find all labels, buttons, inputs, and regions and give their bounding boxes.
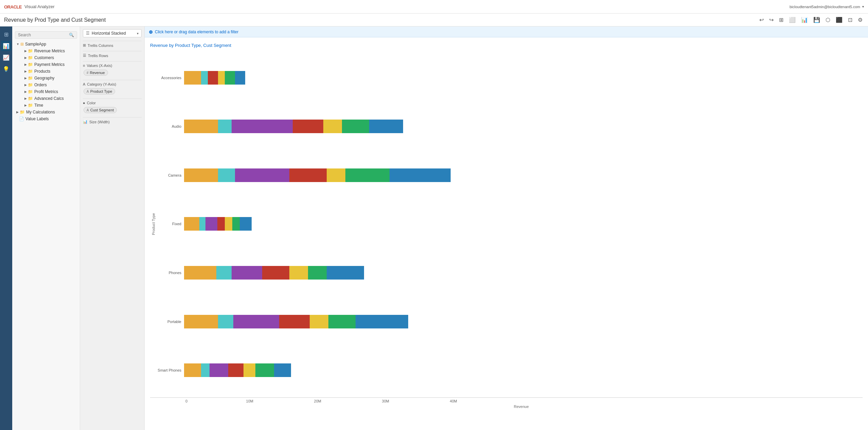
sidebar-item-revenue-metrics[interactable]: ▶ 📁 Revenue Metrics (20, 48, 80, 54)
grammar-section-values: ≡ Values (X-Axis) # Revenue (83, 61, 142, 76)
expand-icon-advanced: ▶ (24, 97, 27, 100)
oracle-logo: ORACLE (4, 4, 22, 10)
product-type-pill[interactable]: A Product Type (84, 88, 115, 94)
settings-button[interactable]: ⚙ (856, 16, 864, 24)
save-button[interactable]: 💾 (812, 16, 821, 24)
sidebar-item-products[interactable]: ▶ 📁 Products (20, 68, 80, 75)
folder-icon-time: 📁 (28, 103, 33, 108)
sidebar-label-geography: Geography (34, 76, 54, 80)
fullscreen-button[interactable]: ⊡ (847, 16, 854, 24)
main-body: ⊞ 📊 📈 💡 🔍 ▼ ⊞ SampleApp ▶ 📁 Revenue Metr… (0, 26, 868, 430)
segment (235, 71, 245, 85)
nav-icon-home[interactable]: ⊞ (1, 29, 11, 39)
nav-icon-lightbulb[interactable]: 💡 (1, 64, 11, 74)
redo-button[interactable]: ↪ (768, 16, 775, 24)
filter-bar[interactable]: ⊕ Click here or drag data elements to ad… (145, 26, 868, 37)
bar-stack-audio (184, 120, 403, 133)
chart-type-icon: ☰ (86, 31, 90, 36)
chart-body-wrapper: Product Type Accessories (150, 53, 863, 409)
search-bar[interactable]: 🔍 (15, 31, 77, 39)
chart-container: Revenue by Product Type, Cust Segment Pr… (145, 37, 868, 430)
sidebar-label-time: Time (34, 103, 43, 108)
sidebar-label-advanced-calcs: Advanced Calcs (34, 96, 64, 101)
grammar-section-color: ● Color A Cust Segment (83, 98, 142, 114)
folder-icon: ⊞ (20, 42, 24, 47)
segment (184, 363, 201, 377)
sidebar-item-profit-metrics[interactable]: ▶ 📁 Profit Metrics (20, 88, 80, 95)
segment (289, 266, 308, 280)
sidebar-label-products: Products (34, 69, 50, 74)
cust-segment-pill[interactable]: A Cust Segment (84, 107, 117, 113)
chart-type-button[interactable]: ⊞ (778, 16, 785, 24)
dropdown-arrow-icon: ▾ (137, 32, 139, 35)
expand-icon-revenue: ▶ (24, 49, 27, 53)
grammar-section-trellis-columns: ⊞ Trellis Columns (83, 41, 142, 48)
segment (225, 71, 235, 85)
expand-icon-customers: ▶ (24, 56, 27, 59)
sidebar-item-my-calculations[interactable]: ▶ 📁 My Calculations (12, 109, 80, 115)
folder-icon-products: 📁 (28, 69, 33, 74)
segment (225, 217, 232, 231)
undo-button[interactable]: ↩ (758, 16, 765, 24)
bar-label-portable: Portable (157, 320, 184, 324)
x-tick-20m: 20M (253, 399, 321, 403)
share-button[interactable]: ⬡ (824, 16, 832, 24)
user-email: bicloudtenant5admin@bicloudtenant5.com (790, 5, 860, 9)
expand-icon-payment: ▶ (24, 63, 27, 66)
sidebar-item-time[interactable]: ▶ 📁 Time (20, 102, 80, 109)
bar-stack-camera (184, 168, 451, 182)
folder-icon-revenue: 📁 (28, 49, 33, 53)
segment (308, 266, 327, 280)
nav-icon-chart[interactable]: 📈 (1, 52, 11, 62)
bar-row-fixed: Fixed (157, 217, 857, 231)
segment (217, 217, 225, 231)
bar-row-smartphones: Smart Phones (157, 363, 857, 377)
folder-icon-orders: 📁 (28, 83, 33, 87)
sidebar: 🔍 ▼ ⊞ SampleApp ▶ 📁 Revenue Metrics ▶ 📁 … (12, 26, 80, 430)
nav-icon-data[interactable]: 📊 (1, 41, 11, 51)
segment (216, 266, 232, 280)
values-icon: ≡ (83, 64, 85, 68)
sidebar-label-revenue-metrics: Revenue Metrics (34, 49, 65, 53)
segment (345, 168, 390, 182)
folder-icon-advanced: 📁 (28, 96, 33, 101)
trellis-columns-header: ⊞ Trellis Columns (83, 41, 142, 48)
export-button[interactable]: ⬜ (788, 16, 797, 24)
values-label: Values (X-Axis) (87, 64, 112, 68)
segment (232, 120, 293, 133)
sidebar-item-customers[interactable]: ▶ 📁 Customers (20, 54, 80, 61)
segment (255, 363, 274, 377)
sidebar-label-payment-metrics: Payment Metrics (34, 62, 65, 67)
folder-icon-mycalc: 📁 (20, 110, 25, 114)
trellis-rows-header: ☰ Trellis Rows (83, 51, 142, 58)
sidebar-item-sampleapp[interactable]: ▼ ⊞ SampleApp (12, 41, 80, 48)
segment (240, 217, 252, 231)
revenue-pill[interactable]: # Revenue (84, 70, 108, 76)
present-button[interactable]: ⬛ (834, 16, 844, 24)
segment (218, 315, 233, 328)
color-header: ● Color (83, 98, 142, 105)
bar-label-fixed: Fixed (157, 222, 184, 226)
search-input[interactable] (18, 33, 69, 37)
chart-type-dropdown[interactable]: ☰ Horizontal Stacked ▾ (83, 29, 142, 37)
color-label: Color (87, 101, 96, 105)
sidebar-item-value-labels[interactable]: 📄 Value Labels (12, 115, 80, 122)
folder-icon-customers: 📁 (28, 55, 33, 60)
user-menu-chevron[interactable]: ▾ (862, 5, 864, 8)
expand-icon-profit: ▶ (24, 90, 27, 93)
expand-icon-time: ▶ (24, 104, 27, 107)
sidebar-item-orders[interactable]: ▶ 📁 Orders (20, 82, 80, 88)
sidebar-item-payment-metrics[interactable]: ▶ 📁 Payment Metrics (20, 61, 80, 68)
sidebar-label-profit-metrics: Profit Metrics (34, 89, 58, 94)
bar-label-camera: Camera (157, 173, 184, 177)
segment (218, 168, 235, 182)
segment (342, 120, 369, 133)
bar-stack-phones (184, 266, 364, 280)
bar-row-portable: Portable (157, 315, 857, 328)
expand-icon: ▼ (16, 42, 19, 46)
sidebar-item-advanced-calcs[interactable]: ▶ 📁 Advanced Calcs (20, 95, 80, 102)
segment (327, 168, 345, 182)
sidebar-item-geography[interactable]: ▶ 📁 Geography (20, 75, 80, 82)
bar-stack-portable (184, 315, 408, 328)
visualization-button[interactable]: 📊 (800, 16, 809, 24)
